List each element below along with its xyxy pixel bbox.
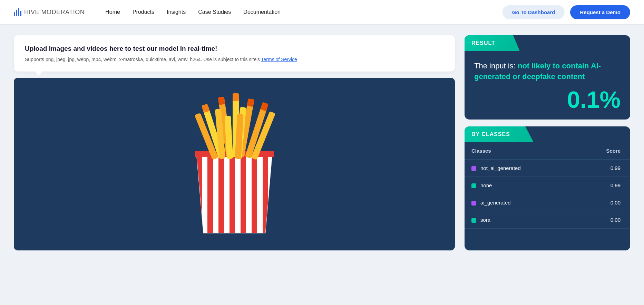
nav-link-case-studies[interactable]: Case Studies: [198, 9, 231, 15]
svg-rect-2: [196, 154, 202, 237]
class-dot: [471, 183, 476, 188]
col-score: Score: [576, 142, 630, 160]
svg-rect-22: [218, 97, 225, 105]
logo-icon: [14, 8, 21, 16]
class-name: ai_generated: [465, 194, 576, 211]
class-name: sora: [465, 211, 576, 228]
table-row: sora 0.00: [465, 211, 630, 228]
result-card: RESULT The input is: not likely to conta…: [465, 35, 630, 120]
classes-table-wrap[interactable]: Classes Score not_ai_generated 0.99 none…: [465, 142, 630, 229]
result-text: The input is: not likely to contain AI-g…: [474, 61, 621, 82]
class-name: none: [465, 177, 576, 194]
classes-table: Classes Score not_ai_generated 0.99 none…: [465, 142, 630, 229]
nav-link-insights[interactable]: Insights: [167, 9, 186, 15]
class-dot: [471, 218, 476, 223]
nav-actions: Go To Dashboard Request a Demo: [502, 5, 630, 19]
logo-text: HIVE MODERATION: [24, 9, 85, 16]
result-percentage: 0.1%: [474, 88, 621, 111]
class-score: 0.00: [576, 194, 630, 211]
fries-image: [169, 88, 300, 240]
nav-link-home[interactable]: Home: [105, 9, 120, 15]
result-label: RESULT: [465, 35, 520, 51]
class-name: not_ai_generated: [465, 159, 576, 177]
table-row: not_ai_generated 0.99: [465, 159, 630, 177]
upload-title: Upload images and videos here to test ou…: [25, 45, 444, 53]
right-panel: RESULT The input is: not likely to conta…: [465, 35, 630, 250]
go-to-dashboard-button[interactable]: Go To Dashboard: [502, 5, 565, 19]
upload-subtitle: Supports png, jpeg, jpg, webp, mp4, webm…: [25, 56, 444, 63]
svg-rect-4: [218, 154, 224, 237]
nav-links: Home Products Insights Case Studies Docu…: [105, 9, 502, 15]
class-dot: [471, 201, 476, 206]
tos-link[interactable]: Terms of Service: [261, 57, 297, 62]
table-row: ai_generated 0.00: [465, 194, 630, 211]
svg-rect-5: [230, 154, 235, 237]
svg-rect-3: [207, 154, 213, 237]
by-classes-card: BY CLASSES Classes Score not_ai_generate…: [465, 126, 630, 250]
main-content: Upload images and videos here to test ou…: [0, 24, 644, 261]
left-panel: Upload images and videos here to test ou…: [14, 35, 455, 250]
class-dot: [471, 166, 476, 171]
svg-rect-7: [252, 154, 257, 237]
svg-rect-23: [233, 93, 239, 101]
nav-link-products[interactable]: Products: [133, 9, 154, 15]
nav-link-documentation[interactable]: Documentation: [243, 9, 281, 15]
navbar: HIVE MODERATION Home Products Insights C…: [0, 0, 644, 24]
result-body: The input is: not likely to contain AI-g…: [465, 51, 630, 120]
col-classes: Classes: [465, 142, 576, 160]
svg-rect-8: [263, 154, 268, 237]
logo[interactable]: HIVE MODERATION: [14, 8, 85, 16]
request-demo-button[interactable]: Request a Demo: [570, 5, 630, 19]
class-score: 0.99: [576, 159, 630, 177]
image-display[interactable]: [14, 78, 455, 250]
class-score: 0.99: [576, 177, 630, 194]
class-score: 0.00: [576, 211, 630, 228]
by-classes-label: BY CLASSES: [465, 126, 534, 142]
svg-rect-6: [241, 154, 246, 237]
table-row: none 0.99: [465, 177, 630, 194]
svg-rect-24: [247, 98, 254, 107]
upload-box[interactable]: Upload images and videos here to test ou…: [14, 35, 455, 72]
